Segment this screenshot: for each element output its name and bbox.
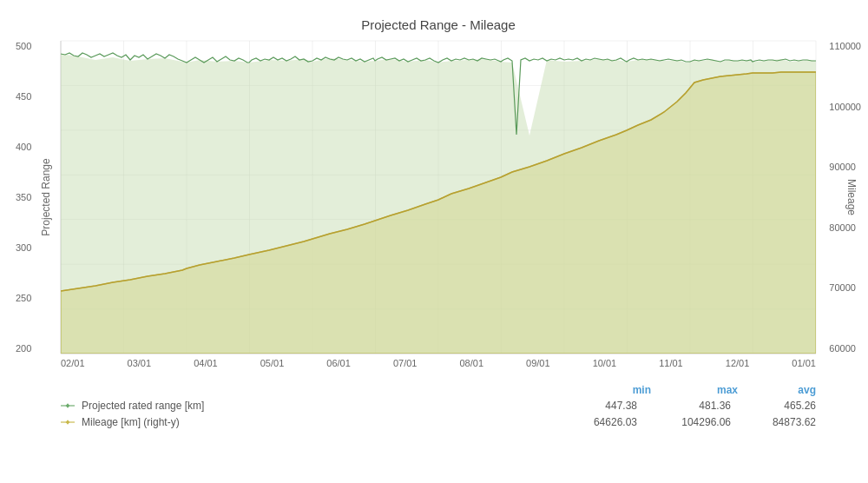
legend: min max avg Projected rated range [km] 4… bbox=[61, 384, 816, 428]
chart-title: Projected Range - Mileage bbox=[61, 17, 816, 32]
mileage-min: 64626.03 bbox=[559, 416, 637, 428]
legend-icon-yellow bbox=[61, 418, 75, 427]
chart-container: Projected Range - Mileage Projected Rang… bbox=[0, 0, 868, 483]
stat-header-avg: avg bbox=[738, 384, 816, 396]
y-axis-left: 500 450 400 350 300 250 200 bbox=[16, 41, 31, 354]
mileage-max: 104296.06 bbox=[644, 416, 731, 428]
stat-header-min: min bbox=[573, 384, 651, 396]
legend-item-mileage: Mileage [km] (right-y) 64626.03 104296.0… bbox=[61, 416, 816, 428]
projected-min: 447.38 bbox=[559, 400, 637, 412]
y-axis-left-label: Projected Range bbox=[40, 158, 52, 235]
projected-max: 481.36 bbox=[644, 400, 731, 412]
y-axis-right: 110000 100000 90000 80000 70000 60000 bbox=[829, 41, 861, 354]
projected-avg: 465.26 bbox=[738, 400, 816, 412]
legend-icon-green bbox=[61, 401, 75, 410]
projected-range-area bbox=[61, 54, 816, 354]
stat-header-max: max bbox=[651, 384, 738, 396]
legend-label-projected: Projected rated range [km] bbox=[82, 400, 552, 412]
svg-marker-23 bbox=[66, 403, 70, 408]
legend-header-row: min max avg bbox=[61, 384, 816, 396]
x-axis: 02/01 03/01 04/01 05/01 06/01 07/01 08/0… bbox=[61, 358, 816, 368]
chart-svg bbox=[61, 41, 816, 354]
mileage-avg: 84873.62 bbox=[738, 416, 816, 428]
legend-label-mileage: Mileage [km] (right-y) bbox=[82, 416, 552, 428]
legend-item-projected: Projected rated range [km] 447.38 481.36… bbox=[61, 400, 816, 412]
svg-marker-25 bbox=[66, 420, 70, 425]
